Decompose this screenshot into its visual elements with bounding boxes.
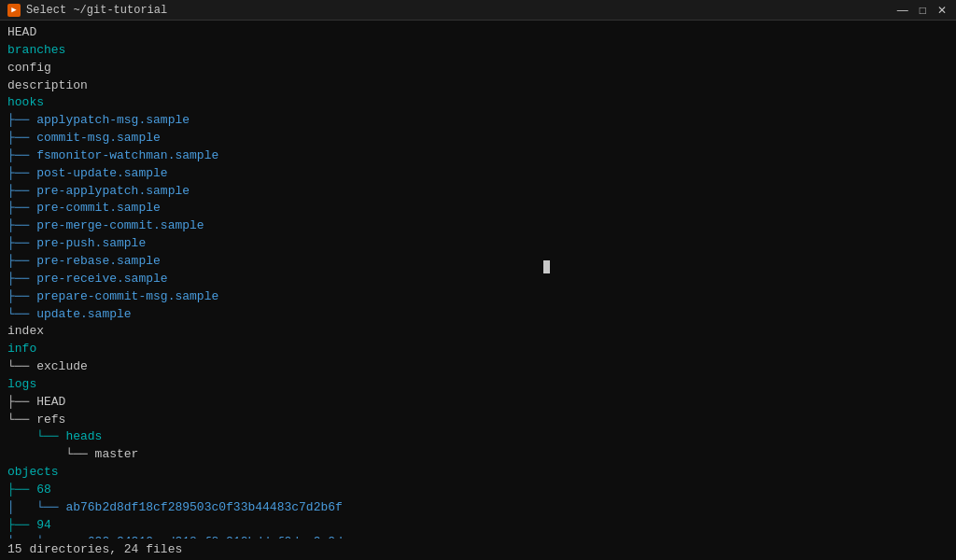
- terminal-line: └── refs: [7, 412, 949, 429]
- window-controls: — □ ✕: [895, 4, 949, 17]
- terminal-line: logs: [7, 376, 949, 394]
- terminal-line: ├── pre-applypatch.sample: [7, 183, 949, 201]
- terminal-line: └── exclude: [7, 358, 949, 376]
- app-icon: ▶: [7, 4, 21, 17]
- terminal-line: index: [7, 323, 949, 341]
- terminal-line: ├── pre-receive.sample: [7, 271, 949, 288]
- terminal-line: ├── 68: [7, 482, 949, 499]
- terminal-line: ├── pre-rebase.sample: [7, 253, 949, 271]
- terminal-line: hooks: [7, 94, 949, 112]
- terminal-line: ├── prepare-commit-msg.sample: [7, 288, 949, 306]
- terminal-line: ├── fsmonitor-watchman.sample: [7, 147, 949, 165]
- terminal-line: description: [7, 77, 949, 95]
- terminal-line: └── master: [7, 446, 949, 464]
- terminal-line: config: [7, 60, 949, 77]
- terminal-line: branches: [7, 42, 949, 60]
- terminal-line: info: [7, 341, 949, 358]
- maximize-button[interactable]: □: [918, 4, 928, 17]
- terminal-line: ├── pre-commit.sample: [7, 200, 949, 217]
- status-text: 15 directories, 24 files: [7, 542, 182, 556]
- title-bar: ▶ Select ~/git-tutorial — □ ✕: [0, 0, 956, 21]
- terminal-line: ├── HEAD: [7, 394, 949, 412]
- window-title: Select ~/git-tutorial: [26, 4, 167, 17]
- terminal-line: ├── pre-push.sample: [7, 235, 949, 253]
- text-cursor: [543, 260, 550, 273]
- title-bar-left: ▶ Select ~/git-tutorial: [7, 4, 167, 17]
- terminal-line: objects: [7, 464, 949, 482]
- terminal-line: └── update.sample: [7, 306, 949, 324]
- terminal-line: │ └── ab76b2d8df18cf289503c0f33b44483c7d…: [7, 499, 949, 517]
- status-bar: 15 directories, 24 files: [0, 539, 956, 560]
- terminal-line: ├── 94: [7, 517, 949, 535]
- terminal-output: HEADbranchesconfigdescriptionhooks├── ap…: [0, 21, 956, 539]
- minimize-button[interactable]: —: [895, 4, 910, 17]
- terminal-line: └── heads: [7, 428, 949, 446]
- close-button[interactable]: ✕: [935, 4, 949, 17]
- terminal-line: HEAD: [7, 24, 949, 42]
- terminal-line: ├── commit-msg.sample: [7, 130, 949, 147]
- terminal-line: ├── pre-merge-commit.sample: [7, 217, 949, 235]
- terminal-line: ├── post-update.sample: [7, 165, 949, 183]
- terminal-line: ├── applypatch-msg.sample: [7, 112, 949, 130]
